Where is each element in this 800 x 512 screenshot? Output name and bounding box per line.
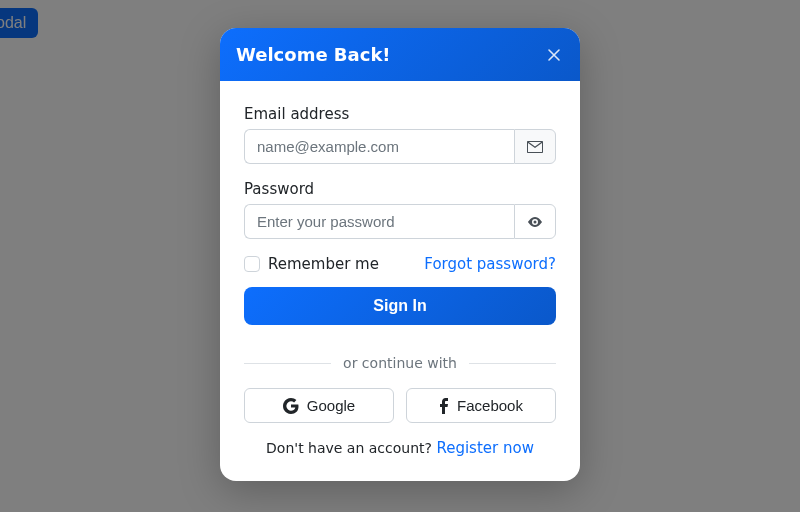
footer-prompt: Don't have an account? xyxy=(266,440,436,456)
facebook-icon xyxy=(439,398,449,414)
remember-label[interactable]: Remember me xyxy=(268,255,379,273)
divider-label: or continue with xyxy=(331,355,469,371)
modal-title: Welcome Back! xyxy=(236,44,391,65)
email-addon xyxy=(514,129,556,164)
divider: or continue with xyxy=(244,353,556,372)
close-button[interactable] xyxy=(544,45,564,65)
password-field[interactable] xyxy=(244,204,514,239)
email-label: Email address xyxy=(244,105,556,123)
login-form: Email address Password xyxy=(244,105,556,457)
social-row: Google Facebook xyxy=(244,388,556,423)
facebook-label: Facebook xyxy=(457,397,523,414)
email-input-group xyxy=(244,129,556,164)
password-input-group xyxy=(244,204,556,239)
google-button[interactable]: Google xyxy=(244,388,394,423)
sign-in-button[interactable]: Sign In xyxy=(244,287,556,325)
remember-checkbox[interactable] xyxy=(244,256,260,272)
modal-container: Welcome Back! Email address Password xyxy=(0,0,800,512)
password-label: Password xyxy=(244,180,556,198)
remember-row: Remember me Forgot password? xyxy=(244,255,556,273)
facebook-button[interactable]: Facebook xyxy=(406,388,556,423)
footer-text: Don't have an account? Register now xyxy=(244,439,556,457)
email-field[interactable] xyxy=(244,129,514,164)
register-link[interactable]: Register now xyxy=(436,439,533,457)
toggle-password-button[interactable] xyxy=(514,204,556,239)
login-modal: Welcome Back! Email address Password xyxy=(220,28,580,481)
remember-check: Remember me xyxy=(244,255,379,273)
google-label: Google xyxy=(307,397,355,414)
modal-header: Welcome Back! xyxy=(220,28,580,81)
forgot-password-link[interactable]: Forgot password? xyxy=(424,255,556,273)
close-icon xyxy=(546,47,562,63)
modal-body: Email address Password xyxy=(220,81,580,481)
google-icon xyxy=(283,398,299,414)
eye-icon xyxy=(527,214,543,230)
envelope-icon xyxy=(527,141,543,153)
